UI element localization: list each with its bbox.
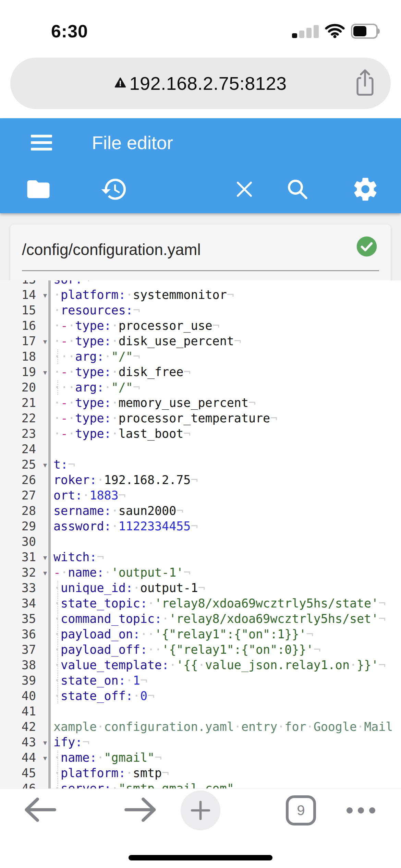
new-tab-plus-icon[interactable] xyxy=(181,791,220,830)
cellular-signal-icon xyxy=(292,24,319,38)
code-line[interactable]: ify:¬ xyxy=(53,735,401,750)
code-line[interactable]: ·platform:·systemmonitor¬ xyxy=(53,287,401,303)
code-line[interactable]: ·server:·"smtp.gmail.com" xyxy=(53,781,401,788)
indent-guide xyxy=(57,658,58,673)
safari-bottom-toolbar: 9 xyxy=(0,788,401,868)
code-line[interactable]: roker:·192.168.2.75¬ xyxy=(53,472,401,488)
line-number: 31▾ xyxy=(0,550,48,565)
code-line[interactable]: ·payload_off:··'{"relay1":{"on":0}}'¬ xyxy=(53,642,401,658)
code-line[interactable]: ·-·type:·processor_use¬ xyxy=(53,318,401,334)
settings-gear-icon[interactable] xyxy=(352,176,379,204)
line-number: 27 xyxy=(0,488,48,503)
tab-count: 9 xyxy=(297,802,305,819)
folder-icon[interactable] xyxy=(25,176,52,204)
page-content: /config/configuration.yaml 1314▾151617▾1… xyxy=(0,213,401,788)
code-line[interactable]: ·state_off:·0¬ xyxy=(53,688,401,704)
fold-arrow-icon[interactable]: ▾ xyxy=(43,750,47,766)
code-line[interactable] xyxy=(53,442,401,457)
line-number: 38 xyxy=(0,658,48,673)
code-line[interactable]: witch:¬ xyxy=(53,550,401,565)
line-number: 25▾ xyxy=(0,457,48,472)
code-line[interactable] xyxy=(53,534,401,550)
check-circle-icon xyxy=(356,236,378,257)
fold-arrow-icon[interactable]: ▾ xyxy=(43,550,47,565)
code-line[interactable]: ···arg:·"/"¬ xyxy=(53,380,401,395)
status-bar: 6:30 xyxy=(0,0,401,48)
indent-guide xyxy=(57,380,58,395)
code-line[interactable]: ·resources:¬ xyxy=(53,303,401,318)
header-toolbar xyxy=(0,167,401,213)
code-line[interactable]: assword:·1122334455¬ xyxy=(53,519,401,534)
fold-arrow-icon[interactable]: ▾ xyxy=(43,365,47,380)
line-number: 20 xyxy=(0,380,48,395)
gutter: 1314▾151617▾1819▾202122232425▾2627282930… xyxy=(0,280,48,788)
code-line[interactable]: ·platform:·smtp¬ xyxy=(53,765,401,781)
line-number: 18 xyxy=(0,349,48,364)
line-number: 37 xyxy=(0,642,48,658)
battery-icon xyxy=(351,24,381,39)
line-number: 30 xyxy=(0,534,48,550)
fold-arrow-icon[interactable]: ▾ xyxy=(43,334,47,349)
share-icon[interactable] xyxy=(354,68,376,98)
code-line[interactable]: ·-·type:·disk_use_percent¬ xyxy=(53,334,401,349)
code-line[interactable]: ·command_topic:·'relay8/xdoa69wcztrly5hs… xyxy=(53,611,401,627)
more-ellipsis-icon[interactable] xyxy=(347,807,375,813)
menu-icon[interactable] xyxy=(31,135,52,150)
indent-guide xyxy=(57,781,58,788)
indent-guide xyxy=(57,581,58,595)
clock: 6:30 xyxy=(44,21,95,41)
fold-arrow-icon[interactable]: ▾ xyxy=(43,735,47,750)
code-line[interactable]: ort:·1883¬ xyxy=(53,488,401,503)
code-line[interactable]: ·-·type:·memory_use_percent¬ xyxy=(53,395,401,411)
line-number: 17▾ xyxy=(0,334,48,349)
code-line[interactable]: ···arg:·"/"¬ xyxy=(53,349,401,364)
indent-guide xyxy=(57,612,58,626)
line-number: 19▾ xyxy=(0,364,48,380)
url-text: 192.168.2.75:8123 xyxy=(130,73,287,94)
line-number: 26 xyxy=(0,472,48,488)
code-line[interactable]: sername:·saun2000¬ xyxy=(53,503,401,519)
code-line[interactable]: ·state_on:·1¬ xyxy=(53,673,401,688)
fold-arrow-icon[interactable]: ▾ xyxy=(43,565,47,581)
indent-guide xyxy=(57,766,58,781)
code-line[interactable]: -·name:·'output-1'¬ xyxy=(53,565,401,580)
line-number: 14▾ xyxy=(0,287,48,303)
file-path-field[interactable]: /config/configuration.yaml xyxy=(22,240,201,259)
close-icon[interactable] xyxy=(233,178,256,202)
code-line[interactable]: ·name:·"gmail"¬ xyxy=(53,750,401,765)
code-line[interactable]: ·unique_id:·output-1¬ xyxy=(53,580,401,596)
line-number: 23 xyxy=(0,426,48,442)
status-icons xyxy=(292,21,381,41)
history-icon[interactable] xyxy=(100,175,128,205)
fold-arrow-icon[interactable]: ▾ xyxy=(43,457,47,473)
code-line[interactable]: sor:¬ xyxy=(53,280,401,287)
code-editor[interactable]: 1314▾151617▾1819▾202122232425▾2627282930… xyxy=(0,280,401,788)
address-bar[interactable]: 192.168.2.75:8123 xyxy=(10,58,391,109)
tabs-icon[interactable]: 9 xyxy=(286,795,316,825)
code-line[interactable]: t:¬ xyxy=(53,457,401,472)
code-line[interactable]: ·-·type:·processor_temperature¬ xyxy=(53,411,401,426)
code-area[interactable]: sor:¬·platform:·systemmonitor¬·resources… xyxy=(51,280,401,788)
line-number: 32▾ xyxy=(0,565,48,580)
code-line[interactable]: ·state_topic:·'relay8/xdoa69wcztrly5hs/s… xyxy=(53,596,401,611)
code-line[interactable]: ·-·type:·disk_free¬ xyxy=(53,364,401,380)
indent-guide xyxy=(57,627,58,642)
search-icon[interactable] xyxy=(285,177,310,203)
line-number: 15 xyxy=(0,303,48,318)
line-number: 43▾ xyxy=(0,735,48,750)
line-number: 29 xyxy=(0,519,48,534)
forward-arrow-icon[interactable] xyxy=(123,795,158,826)
code-line[interactable]: ·value_template:·'{{·value_json.relay1.o… xyxy=(53,658,401,673)
code-line[interactable]: ·-·type:·last_boot¬ xyxy=(53,426,401,442)
insecure-warning-icon xyxy=(114,77,126,89)
code-line[interactable] xyxy=(53,704,401,719)
fold-arrow-icon[interactable]: ▾ xyxy=(43,288,47,303)
code-line[interactable]: ·payload_on:··'{"relay1":{"on":1}}'¬ xyxy=(53,627,401,642)
indent-guide xyxy=(57,673,58,688)
gutter-divider xyxy=(48,280,51,788)
safari-address-row: 192.168.2.75:8123 xyxy=(0,48,401,118)
code-line[interactable]: xample·configuration.yaml·entry·for·Goog… xyxy=(53,719,401,735)
back-arrow-icon[interactable] xyxy=(23,795,57,826)
wifi-icon xyxy=(325,23,345,39)
line-number: 45 xyxy=(0,765,48,781)
